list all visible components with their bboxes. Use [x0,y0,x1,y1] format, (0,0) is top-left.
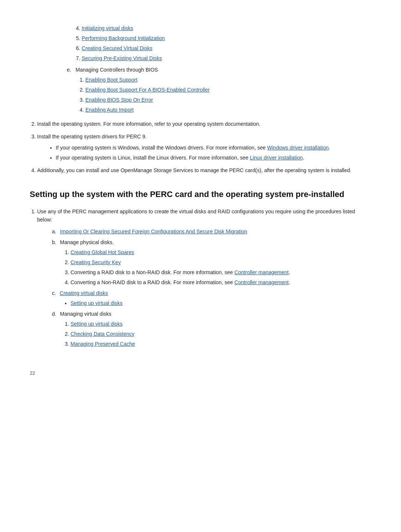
converting-non-to-raid-post: . [288,279,290,285]
link-enabling-boot-support[interactable]: Enabling Boot Support [85,77,137,83]
alpha-a: a. Importing Or Clearing Secured Foreign… [52,228,371,236]
link-controller-management-2[interactable]: Controller management [234,279,288,285]
link-importing-clearing[interactable]: Importing Or Clearing Secured Foreign Co… [60,229,247,234]
list-item-4: Initializing virtual disks [82,24,371,32]
managing-virtual-disks-text: Managing virtual disks [60,311,112,317]
bullet1-pre: If your operating system is Windows, ins… [56,145,267,151]
alpha-d: d. Managing virtual disks Setting up vir… [52,310,371,348]
link-enabling-auto-import[interactable]: Enabling Auto Import [85,107,134,113]
vd-item-3: Managing Preserved Cache [71,340,371,348]
bios-item-2: Enabling Boot Support For A BIOS-Enabled… [85,86,371,94]
section-step1-text: Use any of the PERC management applicati… [37,208,355,223]
page-content: Initializing virtual disks Performing Ba… [0,0,401,405]
vd-item-2: Checking Data Consistency [71,330,371,338]
link-enabling-boot-support-bios[interactable]: Enabling Boot Support For A BIOS-Enabled… [85,87,210,93]
link-linux-driver[interactable]: Linux driver installation [250,155,303,161]
vd-item-1: Setting up virtual disks [71,320,371,328]
converting-raid-to-non-pre: Converting a RAID disk to a Non-RAID dis… [71,269,234,275]
section-heading: Setting up the system with the PERC card… [30,189,371,200]
managing-controllers-text: Managing Controllers through BIOS [76,67,158,73]
link-managing-preserved-cache[interactable]: Managing Preserved Cache [71,341,135,347]
bullet2-pre: If your operating system is Linux, insta… [56,155,250,161]
bios-item-3: Enabling BIOS Stop On Error [85,96,371,104]
list-item-7: Securing Pre-Existing Virtual Disks [82,55,371,62]
bullet2-post: . [303,155,304,161]
alpha-c: c. Creating virtual disks Setting up vir… [52,289,371,307]
converting-non-to-raid-pre: Converting a Non-RAID disk to a RAID dis… [71,279,234,285]
link-creating-secured-virtual-disks[interactable]: Creating Secured Virtual Disks [82,45,152,51]
alpha-item-e: e. Managing Controllers through BIOS Ena… [67,66,371,114]
alpha-b: b. Manage physical disks. Creating Globa… [52,239,371,286]
step3-text: Install the operating system drivers for… [37,134,147,139]
phys-item-1: Creating Global Hot Spares [71,249,371,256]
step-3: Install the operating system drivers for… [37,132,371,161]
link-windows-driver[interactable]: Windows driver installation [267,145,329,151]
step2-text: Install the operating system. For more i… [37,121,261,127]
link-checking-data-consistency[interactable]: Checking Data Consistency [71,331,134,337]
section-step-1: Use any of the PERC management applicati… [37,207,371,348]
manage-physical-disks-text: Manage physical disks. [60,239,114,245]
phys-item-2: Creating Security Key [71,259,371,266]
link-setting-up-virtual-disks-bullet[interactable]: Setting up virtual disks [71,300,123,306]
link-creating-security-key[interactable]: Creating Security Key [71,259,121,265]
bullet1-post: . [329,145,330,151]
link-controller-management-1[interactable]: Controller management [234,269,288,275]
phys-item-4: Converting a Non-RAID disk to a RAID dis… [71,279,371,286]
link-performing-bg-init[interactable]: Performing Background Initialization [82,35,165,41]
list-item-6: Creating Secured Virtual Disks [82,45,371,52]
bios-item-1: Enabling Boot Support [85,76,371,84]
bios-item-4: Enabling Auto Import [85,106,371,114]
bullet-linux: If your operating system is Linux, insta… [56,154,371,162]
link-creating-virtual-disks[interactable]: Creating virtual disks [60,290,108,296]
step-2: Install the operating system. For more i… [37,120,371,128]
link-creating-global-hot-spares[interactable]: Creating Global Hot Spares [71,249,134,255]
virtual-disk-bullet: Setting up virtual disks [71,299,371,307]
link-enabling-bios-stop-on-error[interactable]: Enabling BIOS Stop On Error [85,97,153,103]
link-setting-up-virtual-disks[interactable]: Setting up virtual disks [71,321,123,327]
bullet-windows: If your operating system is Windows, ins… [56,144,371,152]
link-initializing-virtual-disks[interactable]: Initializing virtual disks [82,25,133,31]
link-securing-pre-existing[interactable]: Securing Pre-Existing Virtual Disks [82,55,162,61]
phys-item-3: Converting a RAID disk to a Non-RAID dis… [71,269,371,276]
step4-text: Additionally, you can install and use Op… [37,167,351,173]
list-item-5: Performing Background Initialization [82,35,371,42]
converting-raid-to-non-post: . [288,269,290,275]
step-4: Additionally, you can install and use Op… [37,166,371,174]
page-number: 22 [30,370,371,376]
